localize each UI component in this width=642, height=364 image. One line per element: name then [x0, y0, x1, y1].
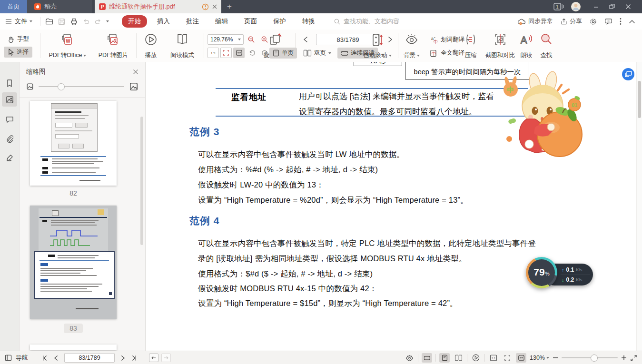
last-page-icon[interactable]	[131, 355, 138, 361]
share-label: 分享	[570, 17, 582, 26]
actual-size-button[interactable]: 1:1	[207, 48, 219, 58]
tab-annotate[interactable]: 批注	[180, 15, 205, 28]
find-button[interactable]: 查找	[537, 33, 556, 59]
tab-docer[interactable]: 稻壳	[27, 0, 92, 13]
close-tab-icon[interactable]	[212, 4, 217, 10]
tab-protect[interactable]: 保护	[267, 15, 292, 28]
gear-icon[interactable]	[589, 18, 597, 26]
zoom-level-select[interactable]: 129.76%	[207, 34, 244, 45]
feedback-icon[interactable]	[604, 18, 612, 25]
file-menu[interactable]: 文件	[0, 17, 37, 26]
single-page-icon	[273, 49, 279, 57]
navigate-toggle[interactable]: 导航	[5, 354, 28, 362]
more-menu-icon[interactable]	[620, 18, 622, 25]
tab-document-active[interactable]: P 维纶通软件操作手册.pdf	[95, 0, 221, 13]
select-tool-button[interactable]: 选择	[4, 47, 32, 58]
status-background-button[interactable]	[404, 353, 415, 363]
minimize-button[interactable]	[588, 0, 604, 13]
fit-width-button[interactable]	[233, 48, 245, 58]
status-zoom-select[interactable]: 130%	[530, 354, 549, 361]
auto-scroll-button[interactable]: 自动滚动	[363, 33, 392, 59]
thumbnail-larger-icon[interactable]	[129, 82, 138, 91]
scrollbar-thumb[interactable]	[638, 81, 641, 118]
new-tab-button[interactable]: +	[221, 0, 237, 13]
document-page[interactable]: 10 秒 beep 警示声的时间间隔为每秒一次 监看地址 用户可以点选 [语法]…	[146, 62, 637, 351]
tab-home[interactable]: 首页	[0, 0, 27, 13]
single-page-button[interactable]: 单页	[269, 48, 297, 59]
pdf-to-office-button[interactable]: W PDF转Office	[44, 33, 91, 59]
attachments-panel-button[interactable]	[2, 131, 17, 146]
undo-icon[interactable]	[82, 18, 90, 25]
thumbnail-page-83-current[interactable]	[30, 206, 117, 319]
signature-panel-button[interactable]	[2, 150, 17, 165]
pdf-to-image-button[interactable]: PDF转图片	[94, 33, 132, 59]
tab-page[interactable]: 页面	[238, 15, 263, 28]
zoom-out-button[interactable]	[246, 34, 257, 45]
tab-convert[interactable]: 转换	[296, 15, 321, 28]
status-page-input[interactable]: 83/1789	[64, 353, 115, 363]
prev-page-icon[interactable]	[53, 355, 59, 361]
previous-page-icon[interactable]	[303, 36, 308, 43]
fullscreen-icon[interactable]	[630, 354, 637, 362]
history-back-button[interactable]	[149, 354, 158, 362]
zoom-slider[interactable]	[562, 357, 618, 358]
status-play-button[interactable]	[471, 353, 481, 363]
status-continuous-button[interactable]	[422, 353, 432, 363]
document-scrollbar[interactable]	[636, 62, 642, 351]
fit-page-button[interactable]	[220, 48, 232, 58]
thumbnail-page-82[interactable]	[30, 101, 117, 186]
tab-insert[interactable]: 插入	[151, 15, 176, 28]
search-input[interactable]: 查找功能、文档内容	[334, 17, 405, 26]
thumbnails-panel-button[interactable]	[2, 92, 17, 107]
close-panel-icon[interactable]	[133, 69, 138, 75]
sync-status[interactable]: ! 同步异常	[517, 17, 553, 26]
background-button[interactable]: 背景	[401, 33, 423, 59]
hand-tool-button[interactable]: 手型	[4, 34, 32, 45]
read-aloud-button[interactable]: A 朗读	[517, 33, 536, 59]
page-83-label[interactable]: 83	[30, 324, 117, 333]
status-actual-size-button[interactable]: 1:1	[488, 353, 499, 363]
user-avatar[interactable]	[571, 1, 581, 12]
window-manage-icon[interactable]: 1	[553, 3, 564, 10]
first-page-icon[interactable]	[41, 355, 48, 361]
thumbnail-smaller-icon[interactable]	[26, 83, 34, 90]
status-double-page-button[interactable]	[453, 353, 464, 363]
tab-start[interactable]: 开始	[122, 15, 147, 28]
slider-thumb[interactable]	[58, 83, 65, 90]
performance-gauge[interactable]: 79 %	[526, 257, 557, 288]
open-folder-icon[interactable]	[45, 18, 53, 26]
collapse-ribbon-icon[interactable]	[629, 19, 635, 24]
zoom-in-slider-button[interactable]	[621, 355, 627, 361]
double-page-button[interactable]: 双页	[300, 48, 335, 59]
thumbnail-page-next[interactable]	[30, 344, 117, 350]
screenshot-compare-button[interactable]: 截图和对比	[482, 33, 519, 59]
compress-button[interactable]: 压缩	[460, 33, 482, 59]
zoom-slider-thumb[interactable]	[591, 354, 598, 362]
panel-scrollbar[interactable]	[140, 117, 143, 245]
quickbar-more-icon[interactable]	[106, 20, 109, 22]
status-fit-page-button[interactable]	[502, 353, 513, 363]
thumbnail-size-slider[interactable]	[39, 86, 124, 87]
reading-mode-button[interactable]: 阅读模式	[166, 33, 199, 59]
status-single-page-button[interactable]	[439, 353, 450, 363]
page-82-label[interactable]: 82	[30, 189, 117, 197]
next-page-icon[interactable]	[120, 355, 126, 361]
comments-panel-button[interactable]	[2, 112, 17, 127]
doc-alert-icon[interactable]	[202, 3, 209, 10]
rotate-left-button[interactable]	[246, 48, 257, 58]
close-window-button[interactable]	[620, 0, 636, 13]
play-button[interactable]: 播放	[140, 33, 162, 59]
status-fit-width-button[interactable]	[516, 353, 526, 363]
tab-edit[interactable]: 编辑	[209, 15, 234, 28]
bookmarks-panel-button[interactable]	[2, 76, 17, 90]
print-icon[interactable]	[70, 18, 78, 26]
svg-text:1:1: 1:1	[492, 357, 495, 360]
redo-icon[interactable]	[94, 18, 102, 25]
pip-tool-button[interactable]	[622, 68, 635, 81]
history-forward-button[interactable]	[161, 354, 171, 362]
restore-button[interactable]	[604, 0, 620, 13]
example3-line: 使用格式为：%#d (% -> 起始, # -> 地址, d -> 结束)	[198, 165, 378, 175]
share-button[interactable]: 分享	[560, 17, 582, 26]
zoom-out-slider-button[interactable]	[553, 355, 558, 361]
save-icon[interactable]	[58, 18, 66, 26]
